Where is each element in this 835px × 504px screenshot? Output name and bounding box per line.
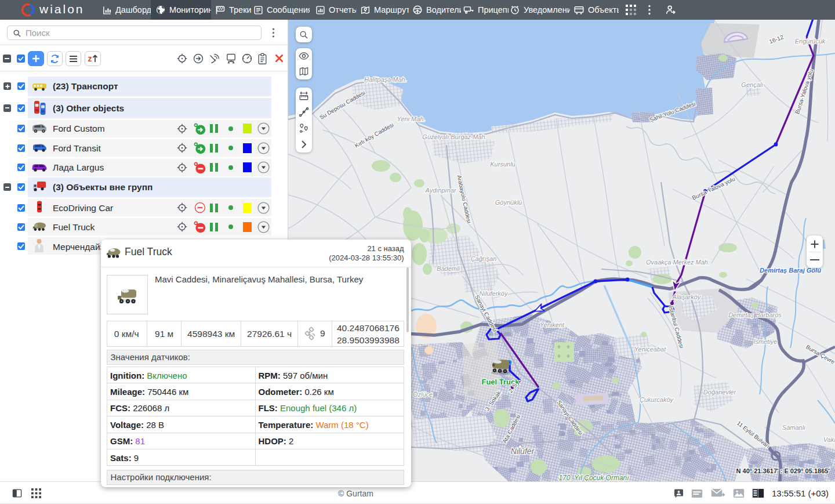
svg-text:Engürücük: Engürücük: [795, 38, 826, 45]
svg-text:Alaşarköy: Alaşarköy: [672, 293, 702, 300]
svg-text:Halitpaşa Mah.: Halitpaşa Mah.: [364, 76, 406, 83]
svg-text:Çukurcaköy: Çukurcaköy: [640, 396, 674, 403]
svg-text:İsmetiye: İsmetiye: [754, 338, 778, 345]
svg-text:Kursunlu: Kursunlu: [490, 161, 515, 168]
svg-text:Vakıf: Vakıf: [823, 436, 835, 443]
svg-text:Özlüce: Özlüce: [413, 391, 433, 398]
svg-text:Doğanevler: Doğanevler: [703, 389, 737, 396]
svg-text:Göynüklü: Göynüklü: [495, 199, 522, 206]
svg-text:Samanlı: Samanlı: [782, 424, 805, 431]
svg-text:N 40° 21.3617' : E 029° 05.186: N 40° 21.3617' : E 029° 05.1865': [736, 467, 830, 474]
svg-text:170. Yıl Çocuk Ormanı: 170. Yıl Çocuk Ormanı: [558, 474, 629, 481]
svg-text:Yeniceabat: Yeniceabat: [634, 346, 666, 353]
svg-text:Niluferköy: Niluferköy: [480, 290, 509, 297]
svg-text:Çağrışan: Çağrışan: [471, 255, 497, 262]
svg-text:Yeni Mah.: Yeni Mah.: [397, 115, 426, 122]
svg-text:Yenikent: Yenikent: [540, 321, 565, 328]
svg-text:Demirtaş Barbaros: Demirtaş Barbaros: [728, 311, 782, 318]
svg-text:Nilüfer: Nilüfer: [511, 447, 535, 456]
svg-text:Aydınpınar: Aydınpınar: [424, 187, 456, 194]
svg-text:Güzelyalı Burgaz Mah.: Güzelyalı Burgaz Mah.: [422, 133, 487, 140]
svg-text:Bademli: Bademli: [437, 265, 460, 272]
svg-text:Gençali: Gençali: [741, 81, 763, 88]
svg-text:Ovaakça Merkez Mah.: Ovaakça Merkez Mah.: [646, 259, 710, 266]
